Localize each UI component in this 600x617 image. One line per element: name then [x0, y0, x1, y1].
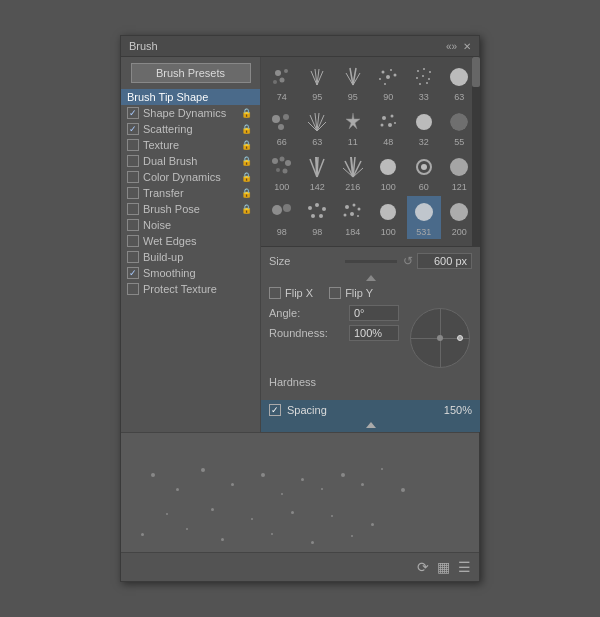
brush-cell[interactable]: 98: [301, 196, 335, 239]
sidebar-item-wet-edges[interactable]: Wet Edges: [121, 233, 260, 249]
brush-cell[interactable]: 100: [372, 196, 406, 239]
brush-cell[interactable]: 262: [336, 241, 370, 247]
svg-point-18: [417, 70, 419, 72]
size-arrow-up[interactable]: [366, 275, 376, 281]
brush-grid: 7495959033636663114832551001422161006012…: [261, 57, 480, 247]
sidebar-items-container: Brush Tip ShapeShape Dynamics🔒Scattering…: [121, 89, 260, 297]
brush-cell[interactable]: 66: [265, 106, 299, 149]
sidebar-item-texture[interactable]: Texture🔒: [121, 137, 260, 153]
brush-cell[interactable]: 100: [372, 151, 406, 194]
brush-number: 11: [348, 137, 358, 147]
sidebar-item-dual-brush[interactable]: Dual Brush🔒: [121, 153, 260, 169]
sidebar-item-build-up[interactable]: Build-up: [121, 249, 260, 265]
sidebar-label-noise: Noise: [143, 219, 171, 231]
brush-cell[interactable]: 531: [407, 196, 441, 239]
brush-cell[interactable]: 211: [301, 241, 335, 247]
brush-cell[interactable]: 200: [443, 196, 477, 239]
brush-cell[interactable]: 48: [372, 106, 406, 149]
sidebar: Brush Presets Brush Tip ShapeShape Dynam…: [121, 57, 261, 432]
checkbox-texture[interactable]: [127, 139, 139, 151]
checkbox-build-up[interactable]: [127, 251, 139, 263]
brush-number: 48: [383, 137, 393, 147]
brush-cell[interactable]: 184: [336, 196, 370, 239]
checkbox-wet-edges[interactable]: [127, 235, 139, 247]
brush-cell[interactable]: 216: [336, 151, 370, 194]
flip-y-checkbox[interactable]: [329, 287, 341, 299]
size-value[interactable]: 600 px: [417, 253, 472, 269]
brush-cell[interactable]: 100: [265, 151, 299, 194]
sidebar-item-brush-tip-shape[interactable]: Brush Tip Shape: [121, 89, 260, 105]
brush-thumb: [445, 63, 473, 91]
toolbar-btn-3[interactable]: ☰: [458, 559, 471, 575]
checkbox-shape-dynamics[interactable]: [127, 107, 139, 119]
brush-grid-scrollbar[interactable]: [472, 57, 480, 246]
checkbox-protect-texture[interactable]: [127, 283, 139, 295]
brush-cell[interactable]: 90: [372, 61, 406, 104]
brush-cell[interactable]: 150: [265, 241, 299, 247]
brush-cell[interactable]: 98: [265, 196, 299, 239]
spacing-arrow-up[interactable]: [366, 422, 376, 428]
brush-cell[interactable]: 74: [265, 61, 299, 104]
roundness-value[interactable]: 100%: [349, 325, 399, 341]
svg-point-16: [394, 74, 397, 77]
sidebar-item-scattering[interactable]: Scattering🔒: [121, 121, 260, 137]
brush-presets-button[interactable]: Brush Presets: [131, 63, 251, 83]
brush-cell[interactable]: 11: [336, 106, 370, 149]
angle-handle[interactable]: [457, 335, 463, 341]
angle-circle-container[interactable]: [407, 305, 472, 370]
brush-cell[interactable]: 700: [443, 241, 477, 247]
svg-point-63: [450, 158, 468, 176]
brush-cell[interactable]: 32: [407, 106, 441, 149]
preview-dot: [341, 473, 345, 477]
brush-cell[interactable]: 142: [301, 151, 335, 194]
spacing-checkbox[interactable]: ✓: [269, 404, 281, 416]
flip-x-item: Flip X: [269, 287, 313, 299]
brush-thumb: [303, 198, 331, 226]
brush-cell[interactable]: 63: [301, 106, 335, 149]
toolbar-btn-1[interactable]: ⟳: [417, 559, 429, 575]
brush-cell[interactable]: 33: [407, 61, 441, 104]
brush-number: 200: [452, 227, 467, 237]
svg-point-3: [273, 80, 277, 84]
checkbox-color-dynamics[interactable]: [127, 171, 139, 183]
sidebar-item-noise[interactable]: Noise: [121, 217, 260, 233]
collapse-btn[interactable]: «»: [446, 41, 457, 52]
brush-number: 100: [274, 182, 289, 192]
brush-cell[interactable]: 121: [443, 151, 477, 194]
reset-btn[interactable]: ↺: [403, 254, 413, 268]
preview-dot: [251, 518, 253, 520]
sidebar-label-color-dynamics: Color Dynamics: [143, 171, 221, 183]
brush-cell[interactable]: 60: [407, 151, 441, 194]
sidebar-item-shape-dynamics[interactable]: Shape Dynamics🔒: [121, 105, 260, 121]
preview-area: [121, 432, 479, 552]
checkbox-dual-brush[interactable]: [127, 155, 139, 167]
checkbox-brush-pose[interactable]: [127, 203, 139, 215]
sidebar-item-protect-texture[interactable]: Protect Texture: [121, 281, 260, 297]
close-btn[interactable]: ✕: [463, 41, 471, 52]
brush-cell[interactable]: 95: [301, 61, 335, 104]
toolbar-btn-2[interactable]: ▦: [437, 559, 450, 575]
size-slider[interactable]: [345, 260, 397, 263]
brush-cell[interactable]: 706: [407, 241, 441, 247]
brush-number: 63: [312, 137, 322, 147]
sidebar-item-smoothing[interactable]: Smoothing: [121, 265, 260, 281]
brush-cell[interactable]: 55: [443, 106, 477, 149]
brush-thumb: [445, 243, 473, 247]
sidebar-item-transfer[interactable]: Transfer🔒: [121, 185, 260, 201]
sidebar-item-brush-pose[interactable]: Brush Pose🔒: [121, 201, 260, 217]
brush-cell[interactable]: 56: [372, 241, 406, 247]
angle-circle[interactable]: [410, 308, 470, 368]
flip-y-item: Flip Y: [329, 287, 373, 299]
brush-number: 66: [277, 137, 287, 147]
checkbox-transfer[interactable]: [127, 187, 139, 199]
svg-point-72: [352, 204, 355, 207]
sidebar-item-color-dynamics[interactable]: Color Dynamics🔒: [121, 169, 260, 185]
checkbox-scattering[interactable]: [127, 123, 139, 135]
checkbox-noise[interactable]: [127, 219, 139, 231]
angle-value[interactable]: 0°: [349, 305, 399, 321]
brush-cell[interactable]: 63: [443, 61, 477, 104]
checkbox-smoothing[interactable]: [127, 267, 139, 279]
brush-cell[interactable]: 95: [336, 61, 370, 104]
flip-x-checkbox[interactable]: [269, 287, 281, 299]
brush-thumb: [268, 198, 296, 226]
